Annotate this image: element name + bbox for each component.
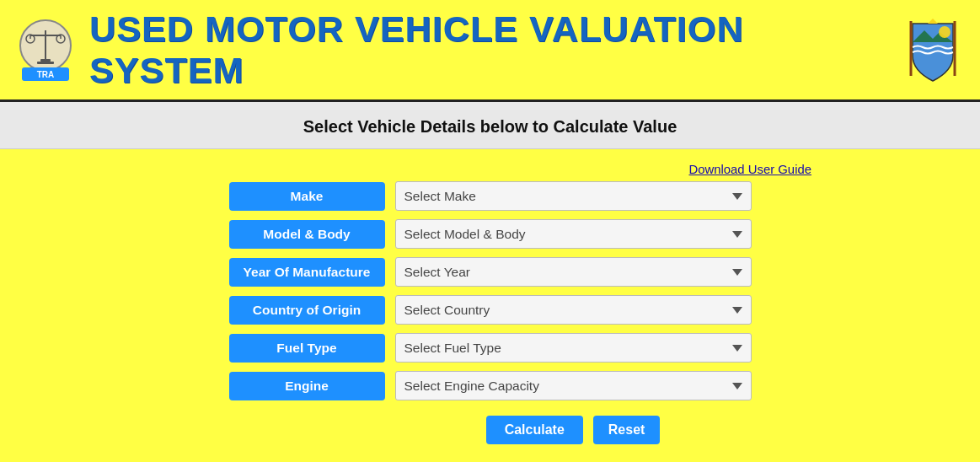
svg-point-11 — [939, 26, 951, 38]
main-content: Download User Guide Make Select Make Mod… — [0, 149, 980, 462]
fuel-label: Fuel Type — [229, 334, 385, 363]
coat-of-arms-icon — [904, 17, 961, 83]
year-select[interactable]: Select Year — [395, 257, 752, 287]
tra-logo-container: TRA — [17, 16, 74, 83]
year-label: Year Of Manufacture — [229, 258, 385, 287]
form-buttons: Calculate Reset — [486, 416, 661, 444]
engine-row: Engine Select Engine Capacity — [229, 371, 752, 400]
tra-logo-icon: TRA — [17, 17, 74, 83]
svg-rect-8 — [37, 62, 54, 64]
engine-select[interactable]: Select Engine Capacity — [395, 371, 752, 400]
calculate-button[interactable]: Calculate — [486, 416, 583, 444]
download-user-guide-link[interactable]: Download User Guide — [688, 163, 811, 176]
country-row: Country of Origin Select Country — [229, 295, 752, 325]
site-title: USED MOTOR VEHICLE VALUATION SYSTEM — [89, 8, 887, 91]
reset-button[interactable]: Reset — [593, 416, 661, 444]
svg-text:TRA: TRA — [37, 70, 55, 79]
model-body-row: Model & Body Select Model & Body — [229, 219, 752, 249]
vehicle-form: Make Select Make Model & Body Select Mod… — [0, 181, 980, 444]
download-link-row: Download User Guide — [0, 158, 980, 181]
year-row: Year Of Manufacture Select Year — [229, 257, 752, 287]
engine-label: Engine — [229, 372, 385, 400]
make-select[interactable]: Select Make — [395, 181, 752, 211]
country-label: Country of Origin — [229, 296, 385, 325]
fuel-row: Fuel Type Select Fuel Type — [229, 333, 752, 363]
make-row: Make Select Make — [229, 181, 752, 211]
model-body-label: Model & Body — [229, 220, 385, 249]
make-label: Make — [229, 182, 385, 211]
country-select[interactable]: Select Country — [395, 295, 752, 325]
fuel-select[interactable]: Select Fuel Type — [395, 333, 752, 363]
model-body-select[interactable]: Select Model & Body — [395, 219, 752, 249]
header: TRA USED MOTOR VEHICLE VALUATION SYSTEM — [0, 0, 980, 102]
coat-arms-container — [902, 16, 963, 83]
svg-rect-7 — [40, 59, 51, 62]
page-subtitle: Select Vehicle Details below to Calculat… — [0, 102, 980, 149]
svg-marker-12 — [928, 19, 938, 24]
